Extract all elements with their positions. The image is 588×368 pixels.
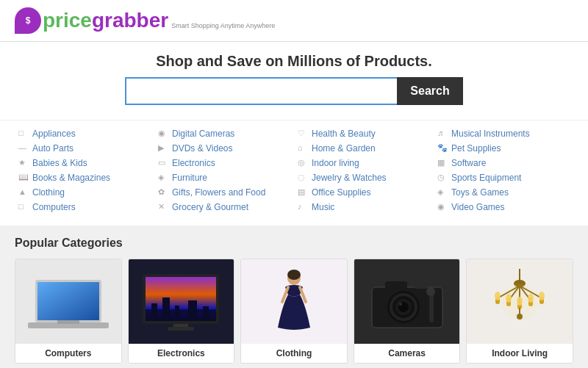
search-bar: Search xyxy=(0,77,588,105)
svg-rect-13 xyxy=(203,306,209,321)
cat-icon-electronics: ▭ xyxy=(158,158,168,168)
category-col-3: ♡Health & Beauty ⌂Home & Garden ◎Indoor … xyxy=(294,126,434,214)
cat-icon-pets: 🐾 xyxy=(437,143,448,154)
cat-home-garden[interactable]: ⌂Home & Garden xyxy=(298,141,430,156)
cat-books[interactable]: 📖Books & Magazines xyxy=(18,170,151,185)
cat-icon-indoor: ◎ xyxy=(298,158,308,168)
cat-cameras[interactable]: ◉Digital Cameras xyxy=(158,126,290,141)
card-image-electronics xyxy=(129,259,234,344)
cat-appliances[interactable]: □Appliances xyxy=(18,126,151,141)
cat-grocery[interactable]: ✕Grocery & Gourmet xyxy=(158,200,290,214)
svg-point-42 xyxy=(539,292,545,300)
cat-health[interactable]: ♡Health & Beauty xyxy=(298,126,430,141)
cat-icon-home: ⌂ xyxy=(298,143,308,154)
category-col-1: □Appliances —Auto Parts ★Babies & Kids 📖… xyxy=(15,126,154,214)
cat-computers[interactable]: □Computers xyxy=(18,200,151,214)
cat-icon-toys: ◈ xyxy=(437,187,448,198)
category-col-2: ◉Digital Cameras ▶DVDs & Videos ▭Electro… xyxy=(154,126,294,214)
card-label-electronics: Electronics xyxy=(129,344,234,363)
header: $ pricegrabber Smart Shopping Anytime An… xyxy=(0,0,588,42)
cat-icon-babies: ★ xyxy=(18,158,29,168)
svg-rect-9 xyxy=(151,303,157,321)
popular-card-indoor[interactable]: Indoor Living xyxy=(466,259,573,364)
logo[interactable]: pricegrabber xyxy=(43,9,168,32)
popular-card-cameras[interactable]: Cameras xyxy=(354,259,461,364)
cat-babies-kids[interactable]: ★Babies & Kids xyxy=(18,156,151,170)
cat-icon-health: ♡ xyxy=(298,129,308,139)
cat-icon-grocery: ✕ xyxy=(158,202,168,212)
card-image-cameras xyxy=(354,259,460,344)
cat-instruments[interactable]: ♬Musical Instruments xyxy=(437,126,570,141)
cat-icon-clothing: ▲ xyxy=(18,187,29,198)
cat-icon-gifts: ✿ xyxy=(158,187,168,198)
logo-icon: $ xyxy=(15,7,41,34)
categories-section: □Appliances —Auto Parts ★Babies & Kids 📖… xyxy=(0,120,588,226)
svg-rect-3 xyxy=(37,282,99,320)
svg-point-40 xyxy=(495,292,501,300)
svg-point-31 xyxy=(426,287,435,296)
cat-videogames[interactable]: ◉Video Games xyxy=(437,200,570,214)
cat-icon-auto: — xyxy=(18,143,29,154)
cat-toys[interactable]: ◈Toys & Games xyxy=(437,185,570,200)
search-input[interactable] xyxy=(125,77,397,105)
card-image-indoor xyxy=(467,259,573,344)
card-label-clothing: Clothing xyxy=(241,344,347,363)
popular-card-computers[interactable]: Computers xyxy=(15,259,122,364)
cat-furniture[interactable]: ◈Furniture xyxy=(158,170,290,185)
card-label-indoor: Indoor Living xyxy=(467,344,573,363)
svg-point-17 xyxy=(287,270,301,280)
popular-grid: Computers xyxy=(15,259,573,364)
cat-icon-cameras: ◉ xyxy=(158,129,168,139)
svg-rect-12 xyxy=(188,300,197,321)
cat-software[interactable]: ▦Software xyxy=(437,156,570,170)
cat-icon-computers: □ xyxy=(18,202,29,212)
card-image-computers xyxy=(15,259,121,344)
cat-auto-parts[interactable]: —Auto Parts xyxy=(18,141,151,156)
cat-office[interactable]: ▤Office Supplies xyxy=(298,185,430,200)
svg-rect-11 xyxy=(175,306,179,321)
cat-icon-dvds: ▶ xyxy=(158,143,168,154)
cat-icon-appliances: □ xyxy=(18,129,29,139)
category-col-4: ♬Musical Instruments 🐾Pet Supplies ▦Soft… xyxy=(434,126,573,214)
card-label-computers: Computers xyxy=(15,344,121,363)
search-headline: Shop and Save on Millions of Products. xyxy=(0,53,588,70)
popular-title: Popular Categories xyxy=(15,237,573,250)
cat-indoor[interactable]: ◎Indoor living xyxy=(298,156,430,170)
svg-point-51 xyxy=(501,284,538,320)
cat-icon-furniture: ◈ xyxy=(158,173,168,183)
cat-electronics[interactable]: ▭Electronics xyxy=(158,156,290,170)
svg-rect-10 xyxy=(162,297,170,321)
logo-area: $ pricegrabber Smart Shopping Anytime An… xyxy=(15,7,573,34)
cat-icon-software: ▦ xyxy=(437,158,448,168)
cat-icon-books: 📖 xyxy=(18,173,29,183)
search-button[interactable]: Search xyxy=(397,77,462,105)
cat-sports[interactable]: ◷Sports Equipment xyxy=(437,170,570,185)
cat-gifts[interactable]: ✿Gifts, Flowers and Food xyxy=(158,185,290,200)
svg-rect-15 xyxy=(168,327,194,331)
cat-icon-sports: ◷ xyxy=(437,173,448,183)
svg-rect-22 xyxy=(385,281,407,290)
svg-rect-23 xyxy=(415,283,428,289)
cat-pets[interactable]: 🐾Pet Supplies xyxy=(437,141,570,156)
tagline: Smart Shopping Anytime Anywhere xyxy=(171,22,275,29)
cat-clothing[interactable]: ▲Clothing xyxy=(18,185,151,200)
popular-section: Popular Categories xyxy=(0,226,588,368)
card-image-clothing xyxy=(241,259,347,344)
svg-point-29 xyxy=(399,303,402,306)
logo-price: price xyxy=(43,9,92,32)
cat-icon-jewelry: ◌ xyxy=(298,173,308,183)
cat-icon-office: ▤ xyxy=(298,187,308,198)
cat-icon-music: ♪ xyxy=(298,202,308,212)
categories-grid: □Appliances —Auto Parts ★Babies & Kids 📖… xyxy=(15,126,573,214)
cat-icon-instruments: ♬ xyxy=(437,129,448,139)
search-section: Shop and Save on Millions of Products. S… xyxy=(0,42,588,120)
popular-card-electronics[interactable]: Electronics xyxy=(128,259,235,364)
logo-icon-text: $ xyxy=(26,15,31,26)
popular-card-clothing[interactable]: Clothing xyxy=(240,259,348,364)
svg-rect-5 xyxy=(57,320,79,324)
cat-jewelry[interactable]: ◌Jewelry & Watches xyxy=(298,170,430,185)
cat-dvds[interactable]: ▶DVDs & Videos xyxy=(158,141,290,156)
cat-icon-videogames: ◉ xyxy=(437,202,448,212)
card-label-cameras: Cameras xyxy=(354,344,460,363)
cat-music[interactable]: ♪Music xyxy=(298,200,430,214)
